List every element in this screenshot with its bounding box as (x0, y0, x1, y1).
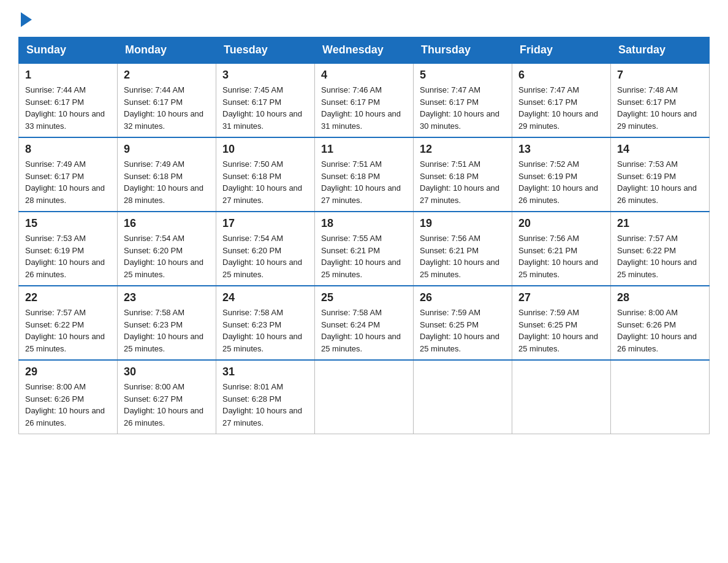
sun-info: Sunrise: 7:57 AMSunset: 6:22 PMDaylight:… (25, 308, 105, 353)
sun-info: Sunrise: 7:59 AMSunset: 6:25 PMDaylight:… (518, 308, 598, 353)
sun-info: Sunrise: 7:58 AMSunset: 6:23 PMDaylight:… (124, 308, 203, 353)
day-number: 5 (420, 69, 506, 82)
col-header-monday: Monday (118, 37, 216, 64)
calendar-cell: 27 Sunrise: 7:59 AMSunset: 6:25 PMDaylig… (512, 286, 611, 360)
logo-arrow-icon (21, 12, 32, 27)
sun-info: Sunrise: 7:44 AMSunset: 6:17 PMDaylight:… (124, 85, 203, 131)
day-number: 21 (617, 217, 703, 230)
day-number: 13 (518, 143, 604, 156)
day-number: 23 (124, 291, 210, 304)
sun-info: Sunrise: 7:58 AMSunset: 6:24 PMDaylight:… (321, 308, 401, 353)
sun-info: Sunrise: 7:54 AMSunset: 6:20 PMDaylight:… (222, 234, 302, 279)
day-number: 16 (124, 217, 210, 230)
calendar-week-row: 29 Sunrise: 8:00 AMSunset: 6:26 PMDaylig… (19, 360, 710, 434)
calendar-cell (315, 360, 414, 434)
day-number: 2 (124, 69, 210, 82)
calendar-cell: 9 Sunrise: 7:49 AMSunset: 6:18 PMDayligh… (118, 137, 216, 212)
calendar-cell (611, 360, 710, 434)
day-number: 12 (420, 143, 506, 156)
day-number: 31 (222, 366, 308, 378)
sun-info: Sunrise: 7:47 AMSunset: 6:17 PMDaylight:… (518, 85, 598, 131)
sun-info: Sunrise: 7:56 AMSunset: 6:21 PMDaylight:… (518, 234, 598, 279)
calendar-cell: 31 Sunrise: 8:01 AMSunset: 6:28 PMDaylig… (216, 360, 315, 434)
sun-info: Sunrise: 7:49 AMSunset: 6:18 PMDaylight:… (124, 159, 203, 205)
calendar-cell: 21 Sunrise: 7:57 AMSunset: 6:22 PMDaylig… (611, 212, 710, 286)
day-number: 11 (321, 143, 407, 156)
day-number: 7 (617, 69, 703, 82)
day-number: 6 (518, 69, 604, 82)
calendar-cell (414, 360, 512, 434)
day-number: 17 (222, 217, 308, 230)
calendar-cell: 29 Sunrise: 8:00 AMSunset: 6:26 PMDaylig… (19, 360, 118, 434)
calendar-week-row: 15 Sunrise: 7:53 AMSunset: 6:19 PMDaylig… (19, 212, 710, 286)
calendar-header-row: SundayMondayTuesdayWednesdayThursdayFrid… (19, 37, 710, 64)
calendar-cell: 25 Sunrise: 7:58 AMSunset: 6:24 PMDaylig… (315, 286, 414, 360)
sun-info: Sunrise: 7:45 AMSunset: 6:17 PMDaylight:… (222, 85, 302, 131)
calendar-cell: 30 Sunrise: 8:00 AMSunset: 6:27 PMDaylig… (118, 360, 216, 434)
day-number: 20 (518, 217, 604, 230)
day-number: 14 (617, 143, 703, 156)
col-header-sunday: Sunday (19, 37, 118, 64)
col-header-saturday: Saturday (611, 37, 710, 64)
day-number: 10 (222, 143, 308, 156)
day-number: 28 (617, 291, 703, 304)
sun-info: Sunrise: 7:50 AMSunset: 6:18 PMDaylight:… (222, 159, 302, 205)
calendar-cell: 16 Sunrise: 7:54 AMSunset: 6:20 PMDaylig… (118, 212, 216, 286)
calendar-cell: 22 Sunrise: 7:57 AMSunset: 6:22 PMDaylig… (19, 286, 118, 360)
day-number: 29 (25, 366, 111, 378)
calendar-cell: 17 Sunrise: 7:54 AMSunset: 6:20 PMDaylig… (216, 212, 315, 286)
day-number: 4 (321, 69, 407, 82)
day-number: 15 (25, 217, 111, 230)
calendar-cell: 10 Sunrise: 7:50 AMSunset: 6:18 PMDaylig… (216, 137, 315, 212)
day-number: 8 (25, 143, 111, 156)
sun-info: Sunrise: 8:00 AMSunset: 6:26 PMDaylight:… (25, 382, 105, 427)
sun-info: Sunrise: 7:54 AMSunset: 6:20 PMDaylight:… (124, 234, 203, 279)
calendar-cell: 1 Sunrise: 7:44 AMSunset: 6:17 PMDayligh… (19, 63, 118, 137)
day-number: 26 (420, 291, 506, 304)
page-header (18, 12, 710, 25)
calendar-cell: 2 Sunrise: 7:44 AMSunset: 6:17 PMDayligh… (118, 63, 216, 137)
day-number: 27 (518, 291, 604, 304)
calendar-cell: 24 Sunrise: 7:58 AMSunset: 6:23 PMDaylig… (216, 286, 315, 360)
col-header-thursday: Thursday (414, 37, 512, 64)
sun-info: Sunrise: 7:51 AMSunset: 6:18 PMDaylight:… (420, 159, 499, 205)
calendar-cell: 15 Sunrise: 7:53 AMSunset: 6:19 PMDaylig… (19, 212, 118, 286)
calendar-cell: 26 Sunrise: 7:59 AMSunset: 6:25 PMDaylig… (414, 286, 512, 360)
calendar-week-row: 22 Sunrise: 7:57 AMSunset: 6:22 PMDaylig… (19, 286, 710, 360)
col-header-wednesday: Wednesday (315, 37, 414, 64)
sun-info: Sunrise: 8:00 AMSunset: 6:27 PMDaylight:… (124, 382, 203, 427)
sun-info: Sunrise: 7:48 AMSunset: 6:17 PMDaylight:… (617, 85, 697, 131)
day-number: 9 (124, 143, 210, 156)
sun-info: Sunrise: 7:59 AMSunset: 6:25 PMDaylight:… (420, 308, 499, 353)
day-number: 18 (321, 217, 407, 230)
col-header-friday: Friday (512, 37, 611, 64)
sun-info: Sunrise: 8:01 AMSunset: 6:28 PMDaylight:… (222, 382, 302, 427)
sun-info: Sunrise: 7:46 AMSunset: 6:17 PMDaylight:… (321, 85, 401, 131)
sun-info: Sunrise: 8:00 AMSunset: 6:26 PMDaylight:… (617, 308, 697, 353)
calendar-cell: 20 Sunrise: 7:56 AMSunset: 6:21 PMDaylig… (512, 212, 611, 286)
day-number: 1 (25, 69, 111, 82)
calendar-cell: 18 Sunrise: 7:55 AMSunset: 6:21 PMDaylig… (315, 212, 414, 286)
sun-info: Sunrise: 7:47 AMSunset: 6:17 PMDaylight:… (420, 85, 499, 131)
calendar-cell: 6 Sunrise: 7:47 AMSunset: 6:17 PMDayligh… (512, 63, 611, 137)
calendar-cell: 19 Sunrise: 7:56 AMSunset: 6:21 PMDaylig… (414, 212, 512, 286)
sun-info: Sunrise: 7:56 AMSunset: 6:21 PMDaylight:… (420, 234, 499, 279)
sun-info: Sunrise: 7:51 AMSunset: 6:18 PMDaylight:… (321, 159, 401, 205)
calendar-cell: 28 Sunrise: 8:00 AMSunset: 6:26 PMDaylig… (611, 286, 710, 360)
calendar-cell: 11 Sunrise: 7:51 AMSunset: 6:18 PMDaylig… (315, 137, 414, 212)
day-number: 24 (222, 291, 308, 304)
day-number: 25 (321, 291, 407, 304)
day-number: 3 (222, 69, 308, 82)
sun-info: Sunrise: 7:55 AMSunset: 6:21 PMDaylight:… (321, 234, 401, 279)
calendar-cell (512, 360, 611, 434)
calendar-cell: 14 Sunrise: 7:53 AMSunset: 6:19 PMDaylig… (611, 137, 710, 212)
sun-info: Sunrise: 7:57 AMSunset: 6:22 PMDaylight:… (617, 234, 697, 279)
day-number: 30 (124, 366, 210, 378)
calendar-cell: 12 Sunrise: 7:51 AMSunset: 6:18 PMDaylig… (414, 137, 512, 212)
calendar-week-row: 1 Sunrise: 7:44 AMSunset: 6:17 PMDayligh… (19, 63, 710, 137)
sun-info: Sunrise: 7:49 AMSunset: 6:17 PMDaylight:… (25, 159, 105, 205)
sun-info: Sunrise: 7:58 AMSunset: 6:23 PMDaylight:… (222, 308, 302, 353)
calendar-cell: 23 Sunrise: 7:58 AMSunset: 6:23 PMDaylig… (118, 286, 216, 360)
calendar-cell: 3 Sunrise: 7:45 AMSunset: 6:17 PMDayligh… (216, 63, 315, 137)
calendar-cell: 7 Sunrise: 7:48 AMSunset: 6:17 PMDayligh… (611, 63, 710, 137)
